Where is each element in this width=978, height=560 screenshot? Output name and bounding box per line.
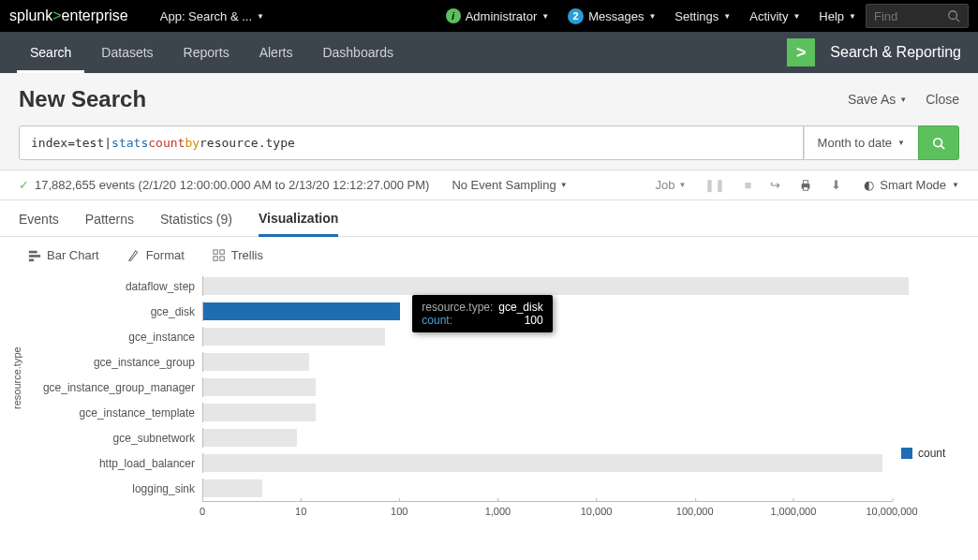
chart-row[interactable]: logging_sink <box>24 476 892 501</box>
x-axis: 0101001,00010,000100,0001,000,00010,000,… <box>202 501 892 520</box>
lightbulb-icon: ◐ <box>864 178 874 192</box>
search-status-bar: ✓17,882,655 events (2/1/20 12:00:00.000 … <box>0 170 978 199</box>
bar-track <box>202 453 892 473</box>
spl-field: resource.type <box>200 136 295 150</box>
tab-statistics[interactable]: Statistics (9) <box>160 199 232 237</box>
logo-chevron: > <box>52 7 61 23</box>
svg-point-2 <box>934 138 942 146</box>
trellis-button[interactable]: Trellis <box>213 248 263 262</box>
tab-patterns[interactable]: Patterns <box>85 199 134 237</box>
nav-alerts[interactable]: Alerts <box>246 32 306 73</box>
activity-label: Activity <box>749 9 788 23</box>
run-search-button[interactable] <box>918 125 959 160</box>
caret-down-icon: ▼ <box>952 181 959 189</box>
x-tick: 1,000,000 <box>770 502 816 517</box>
category-label: gce_instance <box>24 331 202 344</box>
category-label: gce_instance_group <box>24 356 202 369</box>
save-as-menu[interactable]: Save As ▼ <box>848 92 907 107</box>
x-tick: 100,000 <box>676 502 714 517</box>
find-input[interactable] <box>874 9 940 23</box>
bar[interactable] <box>203 277 909 295</box>
find-box[interactable] <box>866 4 969 28</box>
nav-dashboards[interactable]: Dashboards <box>309 32 407 73</box>
search-input[interactable]: index=test | stats count by resource.typ… <box>19 125 804 160</box>
legend-swatch <box>901 448 912 459</box>
y-axis-label: resource.type <box>9 273 24 520</box>
messages-menu[interactable]: 2 Messages▼ <box>558 8 665 24</box>
svg-line-3 <box>941 145 945 149</box>
export-icon[interactable]: ⬇ <box>831 178 841 192</box>
sampling-menu[interactable]: No Event Sampling▼ <box>452 178 567 192</box>
search-icon <box>932 137 945 150</box>
app-nav: Search Datasets Reports Alerts Dashboard… <box>0 32 978 73</box>
spl-function: count <box>148 136 185 150</box>
check-icon: ✓ <box>19 178 29 192</box>
logo-text-b: enterprise <box>62 7 128 23</box>
x-tick: 1,000 <box>485 502 511 517</box>
bar-track <box>202 428 892 448</box>
nav-datasets[interactable]: Datasets <box>88 32 166 73</box>
caret-down-icon: ▼ <box>897 139 905 147</box>
bar[interactable] <box>203 454 882 472</box>
chart-row[interactable]: gce_instance_group <box>24 349 892 375</box>
job-menu[interactable]: Job ▼ <box>656 178 687 192</box>
chart-row[interactable]: gce_subnetwork <box>24 425 892 450</box>
chart-row[interactable]: gce_instance_group_manager <box>24 375 892 400</box>
time-range-picker[interactable]: Month to date▼ <box>804 125 918 160</box>
nav-search[interactable]: Search <box>17 32 84 73</box>
svg-rect-5 <box>804 180 808 184</box>
print-icon[interactable] <box>799 179 812 192</box>
admin-label: Administrator <box>466 9 538 23</box>
bar[interactable] <box>203 353 309 371</box>
svg-rect-12 <box>214 256 217 259</box>
format-button[interactable]: Format <box>127 248 185 262</box>
app-switcher[interactable]: App: Search & ...▼ <box>151 9 274 23</box>
bar-track <box>202 377 892 397</box>
settings-menu[interactable]: Settings▼ <box>665 9 740 23</box>
stop-icon[interactable]: ■ <box>744 178 751 192</box>
chart-container: resource.type dataflow_stepgce_diskgce_i… <box>0 273 978 529</box>
chart-row[interactable]: http_load_balancer <box>24 450 892 476</box>
chart-row[interactable]: gce_instance_template <box>24 400 892 425</box>
svg-rect-6 <box>804 186 808 190</box>
bar[interactable] <box>203 328 385 346</box>
nav-reports[interactable]: Reports <box>170 32 243 73</box>
caret-down-icon: ▼ <box>793 12 800 21</box>
bar[interactable] <box>203 429 297 447</box>
global-nav: splunk>enterprise App: Search & ...▼ i A… <box>0 0 978 32</box>
spl-term: index=test <box>31 136 104 150</box>
results-tabs: Events Patterns Statistics (9) Visualiza… <box>0 199 978 237</box>
bar[interactable] <box>203 302 400 320</box>
bar-track <box>202 403 892 422</box>
trellis-label: Trellis <box>231 248 263 262</box>
activity-menu[interactable]: Activity▼ <box>740 9 809 23</box>
caret-down-icon: ▼ <box>648 12 656 21</box>
info-icon: i <box>446 8 461 23</box>
page-header: New Search Save As ▼ Close index=test | … <box>0 73 978 170</box>
tab-visualization[interactable]: Visualization <box>259 199 338 237</box>
sampling-label: No Event Sampling <box>452 178 556 192</box>
bar-chart-icon <box>28 249 41 262</box>
spl-pipe: | <box>104 136 111 150</box>
bar[interactable] <box>203 378 316 396</box>
bar[interactable] <box>203 479 262 497</box>
chart-type-label: Bar Chart <box>47 248 99 262</box>
spl-command: stats <box>111 136 148 150</box>
share-icon[interactable]: ↪ <box>770 178 780 192</box>
bar-track <box>202 479 892 498</box>
format-icon <box>127 249 141 262</box>
chart-type-button[interactable]: Bar Chart <box>28 248 99 262</box>
bar[interactable] <box>203 404 316 421</box>
tab-events[interactable]: Events <box>19 199 59 237</box>
chart-tooltip: resource.type:gce_diskcount:100 <box>412 295 552 332</box>
help-menu[interactable]: Help▼ <box>809 9 866 23</box>
pause-icon[interactable]: ❚❚ <box>704 178 725 192</box>
x-tick: 10,000 <box>581 502 613 517</box>
close-button[interactable]: Close <box>926 92 959 107</box>
save-as-label: Save As <box>848 92 896 107</box>
caret-down-icon: ▼ <box>678 181 686 189</box>
bar-chart[interactable]: dataflow_stepgce_diskgce_instancegce_ins… <box>24 273 892 520</box>
search-mode-menu[interactable]: ◐ Smart Mode ▼ <box>864 178 959 192</box>
admin-menu[interactable]: i Administrator▼ <box>437 8 559 23</box>
category-label: gce_instance_group_manager <box>24 381 202 394</box>
